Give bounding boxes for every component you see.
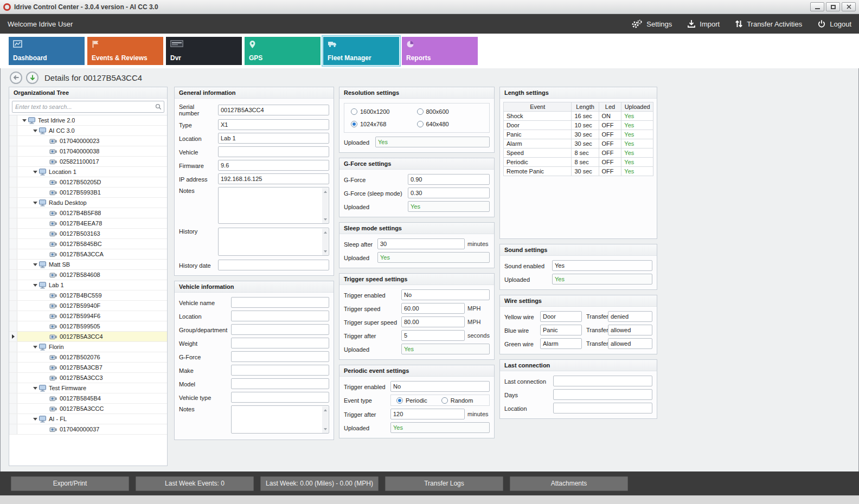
length-row-shock[interactable]: Shock16 secONYes [504,112,653,121]
expander-icon[interactable] [31,344,39,351]
tree-item-ai-fl[interactable]: AI - FL [9,414,167,424]
last-week-events-button[interactable]: Last Week Events: 0 [136,476,254,491]
group-department-input[interactable] [231,324,329,335]
expander-icon[interactable] [31,199,39,206]
location-input[interactable] [231,311,329,321]
back-button[interactable] [10,72,22,84]
tree-item-017040000037[interactable]: 017040000037 [9,424,167,435]
radio-640x480[interactable]: 640x480 [417,121,483,127]
tree-item-00127b5993b1[interactable]: 00127B5993B1 [9,188,167,198]
maximize-button[interactable] [826,2,840,11]
vehicle-input[interactable] [218,146,329,157]
type-input[interactable] [218,119,329,130]
tab-dvr[interactable]: Dvr [166,37,242,65]
history-textarea[interactable] [218,228,329,256]
tree-search-input[interactable] [12,101,164,113]
tree-item-00127b502076[interactable]: 00127B502076 [9,352,167,363]
g-force-input[interactable] [408,174,490,185]
trigger-after-input[interactable] [401,330,465,341]
green-wire-transfer-input[interactable] [608,338,652,349]
blue-wire-input[interactable] [540,325,582,335]
radio-periodic[interactable]: Periodic [396,397,427,404]
green-wire-input[interactable] [540,338,582,349]
tree-item-lab-1[interactable]: Lab 1 [9,280,167,290]
length-row-speed[interactable]: Speed8 secOFFYes [504,148,653,158]
trigger-enabled-input[interactable] [401,289,490,300]
serial-number-input[interactable] [218,105,329,115]
tab-fleet-manager[interactable]: Fleet Manager [323,37,399,65]
g-force-input[interactable] [231,351,329,362]
attachments-button[interactable]: Attachments [510,476,628,491]
tree-item-017040000023[interactable]: 017040000023 [9,136,167,146]
tree-item-00127b5a3cc3[interactable]: 00127B5A3CC3 [9,373,167,383]
tree-item-00127b503163[interactable]: 00127B503163 [9,229,167,239]
trigger-after-input[interactable] [390,409,465,419]
tree-item-matt-sb[interactable]: Matt SB [9,260,167,270]
logout-button[interactable]: Logout [817,20,851,28]
tree-item-test-firmware[interactable]: Test Firmware [9,383,167,393]
expander-icon[interactable] [31,169,39,176]
import-button[interactable]: Import [687,20,720,28]
notes-textarea[interactable] [231,405,329,434]
yellow-wire-transfer-input[interactable] [608,311,652,322]
transfer-logs-button[interactable]: Transfer Logs [385,476,503,491]
expand-details-button[interactable] [26,72,39,84]
tree-item-00127b5994f6[interactable]: 00127B5994F6 [9,311,167,321]
weight-input[interactable] [231,338,329,348]
expander-icon[interactable] [31,127,39,134]
sleep-after-input[interactable] [377,238,465,249]
settings-button[interactable]: Settings [631,20,672,29]
tree-item-00127b599505[interactable]: 00127B599505 [9,321,167,332]
tree-item-00127b50205d[interactable]: 00127B50205D [9,177,167,188]
tree-item-00127b5a3cca[interactable]: 00127B5A3CCA [9,249,167,260]
tab-dashboard[interactable]: Dashboard [9,37,85,65]
tree-item-00127b5a3ccc[interactable]: 00127B5A3CCC [9,404,167,414]
transfer-activities-button[interactable]: Transfer Activities [735,20,802,28]
tree-item-00127b5a3cc4[interactable]: 00127B5A3CC4 [9,332,167,342]
vehicle-name-input[interactable] [231,297,329,308]
vehicle-type-input[interactable] [231,392,329,403]
export-print-button[interactable]: Export/Print [11,476,129,491]
tree-item-florin[interactable]: Florin [9,342,167,352]
length-row-alarm[interactable]: Alarm30 secOFFYes [504,139,653,148]
length-row-door[interactable]: Door10 secOFFYes [504,121,653,130]
tree-item-025821100017[interactable]: 025821100017 [9,157,167,167]
tab-gps[interactable]: GPS [245,37,320,65]
last-connection-input[interactable] [553,376,652,386]
tab-reports[interactable]: Reports [402,37,478,65]
radio-1024x768[interactable]: 1024x768 [351,121,417,127]
location-input[interactable] [553,403,652,413]
sound-enabled-input[interactable] [552,260,652,271]
expander-icon[interactable] [31,282,39,289]
radio-1600x1200[interactable]: 1600x1200 [351,108,417,115]
notes-textarea[interactable] [218,187,329,224]
length-row-panic[interactable]: Panic30 secOFFYes [504,130,653,139]
tab-events-reviews[interactable]: Events & Reviews [87,37,163,65]
expander-icon[interactable] [31,416,39,423]
tree-item-location-1[interactable]: Location 1 [9,167,167,177]
trigger-enabled-input[interactable] [390,381,490,392]
length-row-periodic[interactable]: Periodic8 secOFFYes [504,158,653,167]
minimize-button[interactable] [810,2,824,11]
trigger-super-speed-input[interactable] [401,316,465,327]
radio-800x600[interactable]: 800x600 [417,108,483,115]
yellow-wire-input[interactable] [540,311,582,322]
history-date-input[interactable] [218,260,329,270]
tree-item-00127b5845b4[interactable]: 00127B5845B4 [9,393,167,404]
ip-address-input[interactable] [218,173,329,184]
blue-wire-transfer-input[interactable] [608,325,652,335]
tree-item-ai-cc-3-0[interactable]: AI CC 3.0 [9,126,167,136]
expander-icon[interactable] [31,261,39,268]
radio-random[interactable]: Random [441,397,473,404]
tree-item-00127b4bc559[interactable]: 00127B4BC559 [9,290,167,301]
tree-item-00127b5845bc[interactable]: 00127B5845BC [9,239,167,249]
expander-icon[interactable] [31,385,39,392]
length-row-remote-panic[interactable]: Remote Panic30 secOFFYes [504,167,653,176]
last-week-stats-button[interactable]: Last Week: 0.00 (Miles) - 0.00 (MPH) [260,476,379,491]
model-input[interactable] [231,378,329,389]
location-input[interactable] [218,133,329,144]
textarea-scrollbar[interactable] [322,188,328,223]
textarea-scrollbar[interactable] [322,229,328,255]
tree-item-017040000038[interactable]: 017040000038 [9,146,167,157]
trigger-speed-input[interactable] [401,303,465,314]
